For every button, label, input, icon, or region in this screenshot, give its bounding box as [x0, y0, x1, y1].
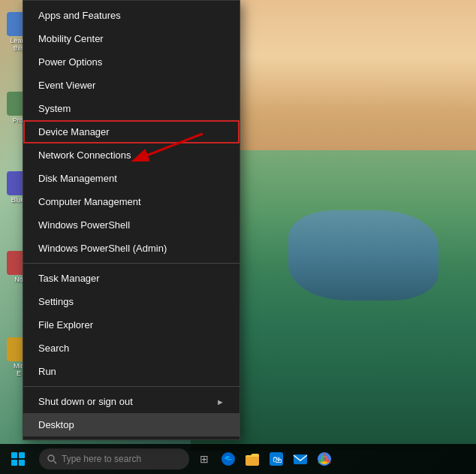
menu-item-file-explorer[interactable]: File Explorer — [23, 313, 240, 337]
svg-rect-8 — [294, 454, 307, 464]
search-placeholder: Type here to search — [62, 454, 141, 464]
taskbar-icon-explorer[interactable] — [240, 447, 264, 471]
menu-item-settings[interactable]: Settings — [23, 290, 240, 313]
taskbar: Type here to search ⊞ 🛍 — [0, 444, 476, 474]
taskbar-icon-edge[interactable] — [216, 447, 240, 471]
menu-item-computer-management[interactable]: Computer Management — [23, 190, 240, 213]
menu-item-windows-powershell[interactable]: Windows PowerShell — [23, 213, 240, 237]
taskbar-icon-mail[interactable] — [288, 447, 312, 471]
file-explorer-icon — [244, 451, 261, 467]
menu-separator-2 — [23, 386, 240, 387]
edge-icon — [220, 451, 236, 467]
windows-logo-icon — [11, 452, 25, 466]
menu-item-search[interactable]: Search — [23, 337, 240, 360]
svg-text:🛍: 🛍 — [273, 454, 282, 465]
search-icon — [47, 454, 57, 464]
svg-point-2 — [48, 455, 54, 461]
taskbar-icon-store[interactable]: 🛍 — [264, 447, 288, 471]
start-button[interactable] — [0, 444, 36, 474]
mail-icon — [292, 451, 309, 467]
menu-item-disk-management[interactable]: Disk Management — [23, 167, 240, 190]
taskbar-search[interactable]: Type here to search — [39, 448, 189, 469]
menu-item-run[interactable]: Run — [23, 360, 240, 383]
chrome-icon — [316, 451, 333, 467]
desktop: Learnthis Prot Bluet No MicE Apps and Fe… — [0, 0, 476, 474]
menu-item-device-manager[interactable]: Device Manager — [23, 120, 240, 143]
svg-rect-5 — [246, 455, 259, 466]
taskbar-icon-chrome[interactable] — [312, 447, 336, 471]
task-view-button[interactable]: ⊞ — [192, 447, 216, 471]
menu-item-apps-features[interactable]: Apps and Features — [23, 4, 240, 27]
menu-item-event-viewer[interactable]: Event Viewer — [23, 74, 240, 97]
menu-item-desktop[interactable]: Desktop — [23, 413, 240, 436]
menu-separator-1 — [23, 263, 240, 264]
menu-item-windows-powershell-admin[interactable]: Windows PowerShell (Admin) — [23, 237, 240, 260]
menu-item-task-manager[interactable]: Task Manager — [23, 267, 240, 290]
menu-item-network-connections[interactable]: Network Connections — [23, 143, 240, 167]
submenu-arrow-shutdown: ► — [216, 397, 224, 406]
context-menu: Apps and Features Mobility Center Power … — [23, 0, 240, 440]
menu-item-mobility-center[interactable]: Mobility Center — [23, 27, 240, 50]
microsoft-store-icon: 🛍 — [268, 451, 285, 467]
menu-item-system[interactable]: System — [23, 97, 240, 120]
menu-item-shutdown-signout[interactable]: Shut down or sign out ► — [23, 390, 240, 413]
svg-line-3 — [54, 461, 57, 464]
background-water — [288, 210, 438, 300]
menu-item-power-options[interactable]: Power Options — [23, 50, 240, 74]
